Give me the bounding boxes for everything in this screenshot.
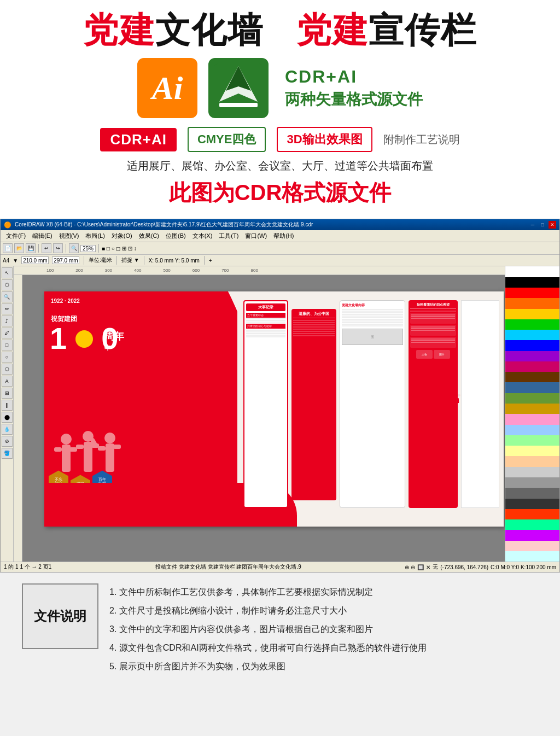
color-palette bbox=[505, 266, 559, 562]
tool-zoom[interactable]: 🔍 bbox=[2, 291, 13, 302]
corel-titlebar: 🟠 CoreIDRAW X8 (64-Bit) - C:\Users\Admin… bbox=[1, 219, 559, 230]
swatch-orange[interactable] bbox=[505, 298, 559, 308]
corel-statusbar: 1 的 1 1 个 → 2 页1 投稿文件 党建文化墙 党建宣传栏 建团百年周年… bbox=[1, 562, 559, 572]
swatch-rose[interactable] bbox=[505, 541, 559, 551]
swatch-darkblue[interactable] bbox=[505, 382, 559, 393]
swatch-blue[interactable] bbox=[505, 340, 559, 351]
swatch-olive[interactable] bbox=[505, 393, 559, 404]
design-content: 1922 · 2022 祝贺建团 1 0 周年 年 bbox=[44, 291, 504, 527]
prop-sep2 bbox=[116, 256, 117, 265]
panel-2: 清廉的、为公中国 bbox=[291, 309, 336, 500]
corel-toolbar: 📄 📂 💾 ↩ ↪ 🔍 25% ■ □ ○ ◻ ⊞ ⊡ ↕ bbox=[1, 242, 559, 255]
tool-select[interactable]: ↖ bbox=[2, 267, 13, 278]
file-description: 文件说明 1. 文件中所标制作工艺仅供参考，具体制作工艺要根据实际情况制定 2.… bbox=[22, 583, 538, 676]
swatch-lightyellow[interactable] bbox=[505, 446, 559, 456]
swatch-cyan[interactable] bbox=[505, 330, 559, 340]
tb-redo[interactable]: ↪ bbox=[53, 243, 63, 253]
zoom-level[interactable]: 25% bbox=[80, 245, 96, 252]
prop-sep1 bbox=[84, 256, 84, 265]
prop-plus: + bbox=[209, 258, 212, 264]
swatch-magenta[interactable] bbox=[505, 361, 559, 372]
svg-rect-3 bbox=[219, 103, 258, 107]
maximize-button[interactable]: □ bbox=[539, 221, 546, 229]
swatch-brown[interactable] bbox=[505, 372, 559, 382]
tool-outline[interactable]: ⊘ bbox=[2, 436, 13, 447]
tool-interactive[interactable]: ⬤ bbox=[2, 412, 13, 423]
swatch-mint[interactable] bbox=[505, 519, 559, 530]
tool-parallel[interactable]: ‖ bbox=[2, 400, 13, 411]
ruler-top: 100200300 400500600 700800 bbox=[14, 266, 505, 275]
menu-tools[interactable]: 工具(T) bbox=[215, 231, 242, 241]
tool-text[interactable]: A bbox=[2, 376, 13, 387]
white-paper: 1922 · 2022 祝贺建团 1 0 周年 年 bbox=[44, 291, 504, 527]
menu-layout[interactable]: 布局(L) bbox=[82, 231, 108, 241]
title-part1: 党建 bbox=[83, 10, 155, 50]
tb-zoom-in[interactable]: 🔍 bbox=[69, 243, 79, 253]
minimize-button[interactable]: ─ bbox=[529, 221, 536, 229]
swatch-darkgray2[interactable] bbox=[505, 488, 559, 498]
tool-artpen[interactable]: 🖊 bbox=[2, 328, 13, 338]
swatch-gray[interactable] bbox=[505, 467, 559, 477]
prop-width[interactable] bbox=[21, 256, 49, 264]
swatch-nearblack[interactable] bbox=[505, 499, 559, 509]
panel-3-content: 党建文化墙内容 bbox=[342, 303, 403, 326]
title-part2: 文化墙 bbox=[155, 10, 264, 50]
status-right: ⊕ ⊖ 🔲 ✕ 无 (-723.696, 164.726) C:0 M:0 Y:… bbox=[405, 563, 556, 571]
menu-object[interactable]: 对象(O) bbox=[108, 231, 136, 241]
swatch-gold[interactable] bbox=[505, 404, 559, 414]
tool-fill[interactable]: 🪣 bbox=[2, 448, 13, 459]
menu-effect[interactable]: 效果(C) bbox=[136, 231, 162, 241]
format-text: CDR+AI 两种矢量格式源文件 bbox=[285, 67, 423, 110]
svg-rect-15 bbox=[98, 446, 106, 451]
tool-rect[interactable]: □ bbox=[2, 340, 13, 351]
tb-save[interactable]: 💾 bbox=[26, 243, 36, 253]
menu-view[interactable]: 视图(V) bbox=[56, 231, 83, 241]
swatch-lightblue[interactable] bbox=[505, 425, 559, 435]
tool-eyedrop[interactable]: 💧 bbox=[2, 424, 13, 435]
swatch-peach[interactable] bbox=[505, 456, 559, 466]
close-button[interactable]: ✕ bbox=[549, 221, 556, 229]
file-notes: 1. 文件中所标制作工艺仅供参考，具体制作工艺要根据实际情况制定 2. 文件尺寸… bbox=[109, 583, 538, 676]
zhou-nian: 周年 年 bbox=[104, 330, 124, 352]
prop-height[interactable] bbox=[52, 256, 79, 264]
corel-canvas-area[interactable]: 100200300 400500600 700800 1922 · 2022 bbox=[14, 266, 505, 562]
swatch-black[interactable] bbox=[505, 277, 559, 288]
tool-table[interactable]: ⊞ bbox=[2, 388, 13, 399]
panel-3: 党建文化墙内容 bbox=[340, 300, 405, 508]
title-part3: 党建 bbox=[296, 10, 369, 50]
swatch-darkgray[interactable] bbox=[505, 477, 559, 488]
people-silhouette bbox=[50, 423, 126, 488]
tb-undo[interactable]: ↩ bbox=[42, 243, 51, 253]
swatch-yellow[interactable] bbox=[505, 309, 559, 319]
swatch-pink[interactable] bbox=[505, 414, 559, 424]
hundred-circle bbox=[75, 330, 93, 348]
swatch-purple[interactable] bbox=[505, 351, 559, 361]
subtitle-line: 适用展厅、展馆、办公室、会议室、大厅、过道等公共墙面布置 bbox=[22, 159, 538, 173]
swatch-violet[interactable] bbox=[505, 530, 559, 540]
tb-new[interactable]: 📄 bbox=[3, 243, 13, 253]
svg-rect-7 bbox=[69, 447, 77, 452]
corel-menubar: 文件(F) 编辑(E) 视图(V) 布局(L) 对象(O) 效果(C) 位图(B… bbox=[1, 230, 559, 242]
tool-polygon[interactable]: ⬡ bbox=[2, 364, 13, 375]
panel-1-title: 大事记录 bbox=[246, 303, 285, 311]
menu-edit[interactable]: 编辑(E) bbox=[29, 231, 56, 241]
swatch-green[interactable] bbox=[505, 319, 559, 330]
swatch-red[interactable] bbox=[505, 288, 559, 298]
prop-unit: 单位:毫米 bbox=[89, 256, 112, 264]
tb-open[interactable]: 📂 bbox=[14, 243, 24, 253]
tool-node[interactable]: ⬡ bbox=[2, 279, 13, 290]
menu-window[interactable]: 窗口(W) bbox=[242, 231, 270, 241]
tool-freehand[interactable]: ✏ bbox=[2, 303, 13, 314]
swatch-white[interactable] bbox=[505, 266, 559, 277]
swatch-vermilion[interactable] bbox=[505, 509, 559, 519]
tool-smart[interactable]: ⤴ bbox=[2, 316, 13, 326]
menu-help[interactable]: 帮助(H) bbox=[270, 231, 297, 241]
menu-file[interactable]: 文件(F) bbox=[3, 231, 29, 241]
menu-text[interactable]: 文本(X) bbox=[189, 231, 216, 241]
note-2: 2. 文件尺寸是投稿比例缩小设计，制作时请务必注意尺寸大小 bbox=[109, 602, 538, 620]
tool-ellipse[interactable]: ○ bbox=[2, 352, 13, 363]
swatch-ice[interactable] bbox=[505, 551, 559, 562]
swatch-lightgreen[interactable] bbox=[505, 435, 559, 446]
corel-window: 🟠 CoreIDRAW X8 (64-Bit) - C:\Users\Admin… bbox=[0, 219, 560, 573]
menu-bitmap[interactable]: 位图(B) bbox=[162, 231, 189, 241]
